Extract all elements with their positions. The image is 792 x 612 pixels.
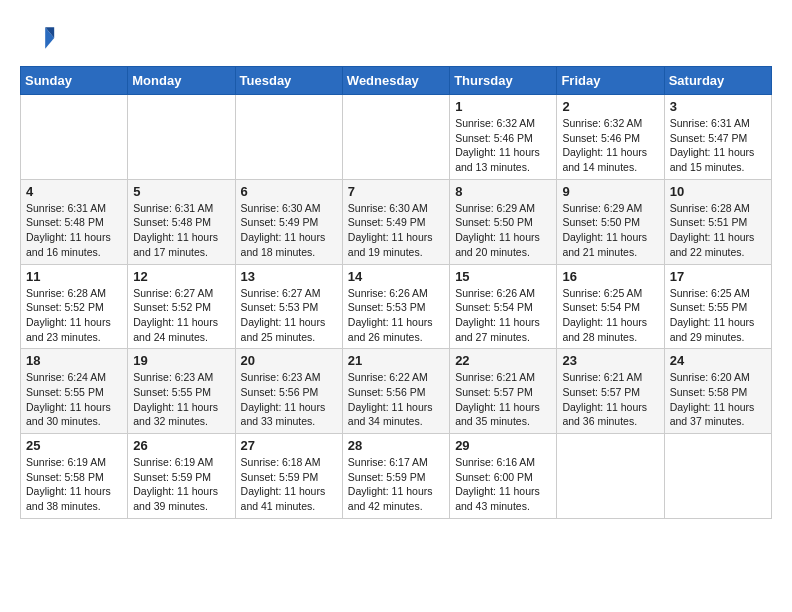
day-number: 19 xyxy=(133,353,229,368)
calendar-cell: 15Sunrise: 6:26 AM Sunset: 5:54 PM Dayli… xyxy=(450,264,557,349)
day-info: Sunrise: 6:32 AM Sunset: 5:46 PM Dayligh… xyxy=(455,116,551,175)
calendar-cell xyxy=(664,434,771,519)
day-info: Sunrise: 6:20 AM Sunset: 5:58 PM Dayligh… xyxy=(670,370,766,429)
day-info: Sunrise: 6:19 AM Sunset: 5:58 PM Dayligh… xyxy=(26,455,122,514)
calendar-cell xyxy=(342,95,449,180)
day-number: 16 xyxy=(562,269,658,284)
day-number: 24 xyxy=(670,353,766,368)
calendar-cell: 14Sunrise: 6:26 AM Sunset: 5:53 PM Dayli… xyxy=(342,264,449,349)
calendar-cell: 7Sunrise: 6:30 AM Sunset: 5:49 PM Daylig… xyxy=(342,179,449,264)
day-number: 10 xyxy=(670,184,766,199)
calendar-week-row: 1Sunrise: 6:32 AM Sunset: 5:46 PM Daylig… xyxy=(21,95,772,180)
day-number: 29 xyxy=(455,438,551,453)
day-info: Sunrise: 6:16 AM Sunset: 6:00 PM Dayligh… xyxy=(455,455,551,514)
day-info: Sunrise: 6:21 AM Sunset: 5:57 PM Dayligh… xyxy=(455,370,551,429)
day-number: 26 xyxy=(133,438,229,453)
calendar-cell: 1Sunrise: 6:32 AM Sunset: 5:46 PM Daylig… xyxy=(450,95,557,180)
day-info: Sunrise: 6:23 AM Sunset: 5:55 PM Dayligh… xyxy=(133,370,229,429)
day-info: Sunrise: 6:28 AM Sunset: 5:52 PM Dayligh… xyxy=(26,286,122,345)
day-info: Sunrise: 6:30 AM Sunset: 5:49 PM Dayligh… xyxy=(348,201,444,260)
day-number: 15 xyxy=(455,269,551,284)
calendar-cell: 12Sunrise: 6:27 AM Sunset: 5:52 PM Dayli… xyxy=(128,264,235,349)
calendar-cell: 2Sunrise: 6:32 AM Sunset: 5:46 PM Daylig… xyxy=(557,95,664,180)
day-info: Sunrise: 6:21 AM Sunset: 5:57 PM Dayligh… xyxy=(562,370,658,429)
day-info: Sunrise: 6:27 AM Sunset: 5:52 PM Dayligh… xyxy=(133,286,229,345)
day-info: Sunrise: 6:18 AM Sunset: 5:59 PM Dayligh… xyxy=(241,455,337,514)
calendar-cell: 3Sunrise: 6:31 AM Sunset: 5:47 PM Daylig… xyxy=(664,95,771,180)
day-number: 6 xyxy=(241,184,337,199)
logo-icon xyxy=(20,20,56,56)
calendar-week-row: 25Sunrise: 6:19 AM Sunset: 5:58 PM Dayli… xyxy=(21,434,772,519)
day-info: Sunrise: 6:23 AM Sunset: 5:56 PM Dayligh… xyxy=(241,370,337,429)
day-info: Sunrise: 6:24 AM Sunset: 5:55 PM Dayligh… xyxy=(26,370,122,429)
day-info: Sunrise: 6:32 AM Sunset: 5:46 PM Dayligh… xyxy=(562,116,658,175)
calendar-cell: 25Sunrise: 6:19 AM Sunset: 5:58 PM Dayli… xyxy=(21,434,128,519)
day-info: Sunrise: 6:30 AM Sunset: 5:49 PM Dayligh… xyxy=(241,201,337,260)
weekday-header: Friday xyxy=(557,67,664,95)
day-info: Sunrise: 6:31 AM Sunset: 5:48 PM Dayligh… xyxy=(26,201,122,260)
weekday-header: Wednesday xyxy=(342,67,449,95)
day-number: 20 xyxy=(241,353,337,368)
day-number: 3 xyxy=(670,99,766,114)
day-number: 8 xyxy=(455,184,551,199)
day-number: 14 xyxy=(348,269,444,284)
day-number: 7 xyxy=(348,184,444,199)
calendar-cell xyxy=(557,434,664,519)
day-number: 27 xyxy=(241,438,337,453)
calendar-cell: 28Sunrise: 6:17 AM Sunset: 5:59 PM Dayli… xyxy=(342,434,449,519)
calendar-cell: 24Sunrise: 6:20 AM Sunset: 5:58 PM Dayli… xyxy=(664,349,771,434)
weekday-header: Monday xyxy=(128,67,235,95)
calendar-cell xyxy=(235,95,342,180)
calendar-cell: 19Sunrise: 6:23 AM Sunset: 5:55 PM Dayli… xyxy=(128,349,235,434)
calendar-table: SundayMondayTuesdayWednesdayThursdayFrid… xyxy=(20,66,772,519)
day-info: Sunrise: 6:27 AM Sunset: 5:53 PM Dayligh… xyxy=(241,286,337,345)
day-info: Sunrise: 6:29 AM Sunset: 5:50 PM Dayligh… xyxy=(455,201,551,260)
calendar-cell: 29Sunrise: 6:16 AM Sunset: 6:00 PM Dayli… xyxy=(450,434,557,519)
day-number: 13 xyxy=(241,269,337,284)
day-number: 12 xyxy=(133,269,229,284)
day-number: 21 xyxy=(348,353,444,368)
calendar-cell xyxy=(21,95,128,180)
calendar-cell: 23Sunrise: 6:21 AM Sunset: 5:57 PM Dayli… xyxy=(557,349,664,434)
day-info: Sunrise: 6:25 AM Sunset: 5:54 PM Dayligh… xyxy=(562,286,658,345)
weekday-header: Sunday xyxy=(21,67,128,95)
calendar-cell: 26Sunrise: 6:19 AM Sunset: 5:59 PM Dayli… xyxy=(128,434,235,519)
weekday-header: Saturday xyxy=(664,67,771,95)
day-info: Sunrise: 6:26 AM Sunset: 5:53 PM Dayligh… xyxy=(348,286,444,345)
day-number: 18 xyxy=(26,353,122,368)
calendar-header-row: SundayMondayTuesdayWednesdayThursdayFrid… xyxy=(21,67,772,95)
day-number: 11 xyxy=(26,269,122,284)
day-number: 1 xyxy=(455,99,551,114)
day-number: 4 xyxy=(26,184,122,199)
calendar-cell: 22Sunrise: 6:21 AM Sunset: 5:57 PM Dayli… xyxy=(450,349,557,434)
day-info: Sunrise: 6:28 AM Sunset: 5:51 PM Dayligh… xyxy=(670,201,766,260)
calendar-cell: 21Sunrise: 6:22 AM Sunset: 5:56 PM Dayli… xyxy=(342,349,449,434)
calendar-cell: 16Sunrise: 6:25 AM Sunset: 5:54 PM Dayli… xyxy=(557,264,664,349)
day-number: 2 xyxy=(562,99,658,114)
calendar-week-row: 4Sunrise: 6:31 AM Sunset: 5:48 PM Daylig… xyxy=(21,179,772,264)
logo xyxy=(20,20,60,56)
day-info: Sunrise: 6:25 AM Sunset: 5:55 PM Dayligh… xyxy=(670,286,766,345)
day-number: 5 xyxy=(133,184,229,199)
day-info: Sunrise: 6:19 AM Sunset: 5:59 PM Dayligh… xyxy=(133,455,229,514)
day-number: 22 xyxy=(455,353,551,368)
day-number: 28 xyxy=(348,438,444,453)
calendar-cell: 4Sunrise: 6:31 AM Sunset: 5:48 PM Daylig… xyxy=(21,179,128,264)
day-number: 17 xyxy=(670,269,766,284)
day-info: Sunrise: 6:26 AM Sunset: 5:54 PM Dayligh… xyxy=(455,286,551,345)
calendar-cell: 6Sunrise: 6:30 AM Sunset: 5:49 PM Daylig… xyxy=(235,179,342,264)
calendar-cell: 27Sunrise: 6:18 AM Sunset: 5:59 PM Dayli… xyxy=(235,434,342,519)
day-info: Sunrise: 6:22 AM Sunset: 5:56 PM Dayligh… xyxy=(348,370,444,429)
day-number: 25 xyxy=(26,438,122,453)
calendar-cell xyxy=(128,95,235,180)
day-number: 9 xyxy=(562,184,658,199)
calendar-week-row: 11Sunrise: 6:28 AM Sunset: 5:52 PM Dayli… xyxy=(21,264,772,349)
weekday-header: Tuesday xyxy=(235,67,342,95)
calendar-cell: 8Sunrise: 6:29 AM Sunset: 5:50 PM Daylig… xyxy=(450,179,557,264)
calendar-cell: 13Sunrise: 6:27 AM Sunset: 5:53 PM Dayli… xyxy=(235,264,342,349)
day-info: Sunrise: 6:31 AM Sunset: 5:48 PM Dayligh… xyxy=(133,201,229,260)
page-header xyxy=(20,20,772,56)
calendar-cell: 20Sunrise: 6:23 AM Sunset: 5:56 PM Dayli… xyxy=(235,349,342,434)
calendar-week-row: 18Sunrise: 6:24 AM Sunset: 5:55 PM Dayli… xyxy=(21,349,772,434)
day-info: Sunrise: 6:29 AM Sunset: 5:50 PM Dayligh… xyxy=(562,201,658,260)
